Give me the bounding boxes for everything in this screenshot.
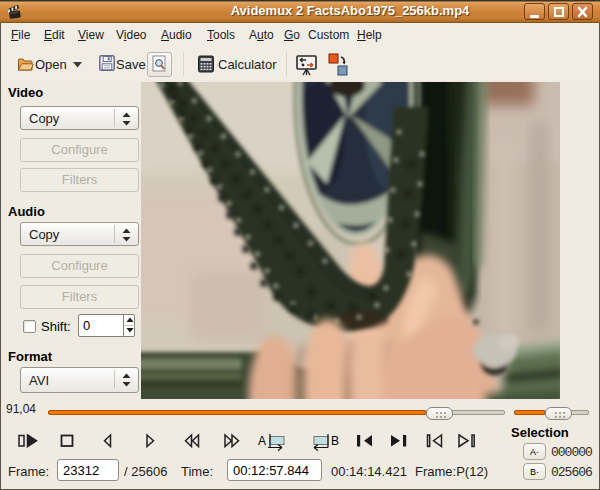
svg-text:B: B xyxy=(331,434,339,448)
svg-text:A: A xyxy=(258,434,266,448)
